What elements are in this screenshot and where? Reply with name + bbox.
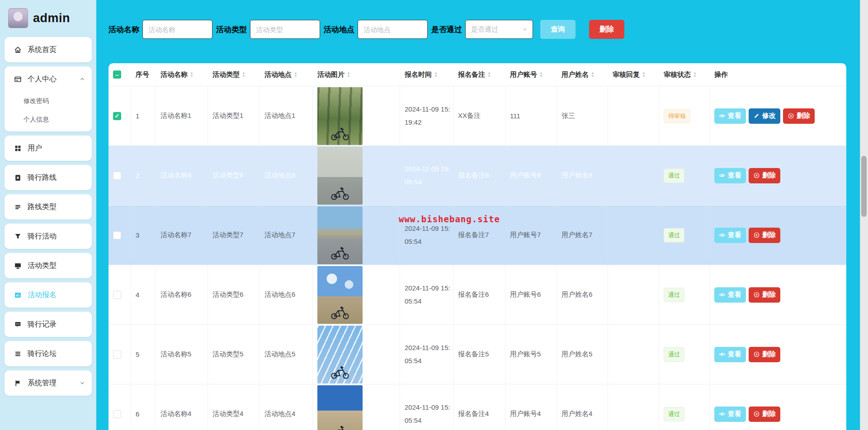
sidebar-item-label: 系统首页: [28, 45, 57, 55]
sort-carets-icon[interactable]: ▲▼: [294, 71, 297, 78]
sort-carets-icon[interactable]: ▲▼: [487, 71, 491, 78]
sidebar-item-riding-routes[interactable]: 骑行路线: [5, 165, 92, 190]
row-checkbox[interactable]: [113, 291, 121, 299]
circle-cross-icon: [753, 351, 760, 358]
sort-carets-icon[interactable]: ▲▼: [591, 71, 594, 78]
eye-icon: [719, 232, 726, 238]
cell-place: 活动地点4: [260, 384, 313, 430]
select-all-checkbox[interactable]: –: [113, 70, 121, 79]
cell-text: 活动地点8: [264, 171, 295, 180]
avatar[interactable]: [8, 8, 28, 28]
delete-button[interactable]: 删除: [783, 108, 815, 124]
cell-text: 2024-11-09 15:19:42: [405, 103, 453, 129]
search-bar: 活动名称 活动类型 活动地点 是否通过 是否通过 查询 删除: [108, 20, 624, 39]
sidebar-item-users[interactable]: 用户: [5, 136, 92, 161]
column-label: 审核回复: [613, 70, 640, 79]
cell-text: 用户账号4: [510, 410, 541, 418]
page-scrollbar[interactable]: [860, 0, 868, 430]
sort-carets-icon[interactable]: ▲▼: [434, 71, 438, 78]
view-button[interactable]: 查看: [714, 287, 746, 303]
chat-icon: [14, 321, 22, 328]
cell-text: 活动地点6: [264, 290, 295, 299]
flag-icon: [14, 379, 22, 387]
table-row: 2活动名称8活动类型8活动地点82024-11-09 15:05:54报名备注8…: [108, 146, 846, 206]
column-label: 用户账号: [510, 70, 537, 79]
sort-carets-icon[interactable]: ▲▼: [190, 71, 193, 78]
sort-carets-icon[interactable]: ▲▼: [693, 71, 697, 78]
sidebar-item-label: 骑行论坛: [28, 349, 57, 359]
sidebar-item-activity-signup[interactable]: 活动报名: [5, 282, 92, 308]
column-label: 活动地点: [264, 70, 292, 79]
row-checkbox[interactable]: [113, 231, 121, 239]
view-button[interactable]: 查看: [714, 108, 746, 124]
sidebar-item-route-types[interactable]: 路线类型: [5, 194, 92, 220]
cell-place: 活动地点8: [260, 146, 313, 205]
edit-button[interactable]: 修改: [749, 108, 780, 124]
sidebar-item-riding-activities[interactable]: 骑行活动: [5, 224, 92, 249]
cell-text: 2: [136, 172, 139, 179]
view-button[interactable]: 查看: [714, 347, 746, 362]
delete-button[interactable]: 删除: [749, 168, 780, 183]
peloton-photo[interactable]: [317, 206, 363, 264]
sort-carets-icon[interactable]: ▲▼: [347, 71, 350, 78]
activity-name-input[interactable]: [142, 20, 212, 39]
cell-type: 活动类型7: [208, 206, 260, 265]
delete-button[interactable]: 删除: [749, 228, 780, 243]
desert-cyclist-photo[interactable]: [317, 385, 363, 430]
cell-text: 2024-11-09 15:05:54: [405, 282, 453, 308]
cell-text: 用户姓名6: [561, 290, 592, 299]
header-cell-2: 活动类型▲▼: [208, 63, 260, 86]
row-checkbox-cell: ✓: [108, 86, 131, 145]
sidebar-item-home[interactable]: 系统首页: [5, 37, 92, 62]
cell-note: 报名备注8: [453, 146, 505, 205]
view-button[interactable]: 查看: [714, 407, 746, 422]
sidebar-subitem-0[interactable]: 修改密码: [5, 92, 92, 110]
activity-place-input[interactable]: [358, 20, 428, 39]
list-icon: [14, 203, 22, 211]
sidebar-item-activity-types[interactable]: 活动类型: [5, 253, 92, 278]
menu-card: 骑行活动: [5, 224, 92, 249]
pass-filter-placeholder: 是否通过: [471, 25, 498, 34]
cell-account: 用户账号6: [505, 265, 557, 324]
row-checkbox[interactable]: [113, 410, 121, 418]
sidebar-item-system-management[interactable]: 系统管理: [5, 370, 92, 396]
sidebar-item-riding-forum[interactable]: 骑行论坛: [5, 341, 92, 366]
cell-text: 活动地点7: [264, 231, 295, 239]
sort-carets-icon[interactable]: ▲▼: [242, 71, 245, 78]
view-button[interactable]: 查看: [714, 168, 746, 183]
action-label: 删除: [762, 290, 776, 299]
activity-type-input[interactable]: [250, 20, 320, 39]
sidebar-item-profile-center[interactable]: 个人中心: [5, 66, 92, 92]
sidebar-subitem-1[interactable]: 个人信息: [5, 110, 92, 129]
query-button[interactable]: 查询: [540, 20, 576, 39]
bulk-delete-button[interactable]: 删除: [589, 20, 624, 39]
sort-carets-icon[interactable]: ▲▼: [642, 71, 646, 78]
row-checkbox-cell: [108, 384, 131, 430]
row-checkbox[interactable]: [113, 172, 121, 180]
cell-status: 通过: [659, 265, 710, 324]
delete-button[interactable]: 删除: [749, 287, 780, 303]
bridge-cyclist-photo[interactable]: [317, 326, 363, 383]
sort-carets-icon[interactable]: ▲▼: [539, 71, 543, 78]
row-checkbox[interactable]: [113, 351, 121, 359]
delete-button[interactable]: 删除: [749, 407, 780, 422]
pass-filter-select[interactable]: 是否通过: [465, 20, 533, 39]
row-checkbox[interactable]: ✓: [113, 112, 121, 120]
delete-button[interactable]: 删除: [749, 347, 780, 362]
scrollbar-thumb[interactable]: [861, 156, 867, 217]
status-badge: 通过: [664, 407, 684, 421]
cobblestone-cyclist-photo[interactable]: [317, 266, 363, 324]
sidebar-item-riding-records[interactable]: 骑行记录: [5, 312, 92, 337]
two-cyclists-photo[interactable]: [317, 147, 363, 205]
cell-username: 用户姓名7: [557, 206, 608, 265]
action-label: 删除: [762, 350, 776, 359]
forest-cyclist-photo[interactable]: [317, 87, 363, 145]
view-button[interactable]: 查看: [714, 228, 746, 243]
card-icon: [14, 75, 22, 83]
cell-photo: [313, 384, 400, 430]
cell-text: 用户账号6: [510, 290, 541, 299]
eye-icon: [719, 351, 726, 358]
sidebar-item-label: 系统管理: [28, 379, 57, 388]
cell-text: 活动名称1: [160, 112, 191, 120]
header-cell-1: 活动名称▲▼: [156, 63, 208, 86]
